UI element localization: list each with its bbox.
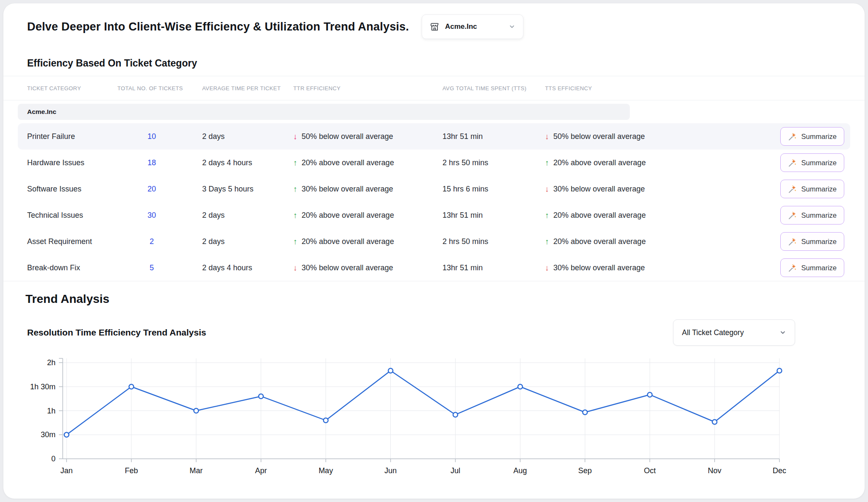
summarize-label: Summarize bbox=[801, 159, 837, 167]
summarize-label: Summarize bbox=[801, 264, 837, 272]
ticket-count-link[interactable]: 20 bbox=[147, 185, 156, 193]
ttr-arrow-icon: ↑ bbox=[293, 238, 298, 246]
avg-time-cell: 3 Days 5 hours bbox=[186, 185, 293, 194]
ttr-text: 50% below overall average bbox=[302, 132, 393, 141]
svg-text:Jan: Jan bbox=[60, 466, 72, 475]
tts-text: 20% above overall average bbox=[554, 237, 646, 246]
ttr-text: 20% above overall average bbox=[302, 158, 394, 167]
summarize-button[interactable]: Summarize bbox=[780, 127, 844, 146]
summarize-button[interactable]: Summarize bbox=[780, 180, 844, 198]
magic-wand-icon bbox=[788, 132, 797, 141]
summarize-label: Summarize bbox=[801, 211, 837, 219]
storefront-icon bbox=[430, 22, 440, 32]
svg-text:Sep: Sep bbox=[578, 466, 592, 475]
tts-time-cell: 13hr 51 min bbox=[442, 263, 545, 272]
trend-section-title: Trend Analysis bbox=[25, 292, 850, 306]
dashboard-card: Delve Deeper Into Client-Wise Efficiency… bbox=[3, 3, 865, 499]
magic-wand-icon bbox=[788, 211, 797, 220]
divider bbox=[3, 100, 865, 100]
tts-time-cell: 13hr 51 min bbox=[442, 132, 545, 141]
svg-text:0: 0 bbox=[51, 455, 56, 463]
svg-text:Jul: Jul bbox=[451, 466, 460, 475]
category-cell: Technical Issues bbox=[18, 211, 117, 220]
svg-text:1h 30m: 1h 30m bbox=[30, 383, 56, 391]
client-group-row: Acme.Inc bbox=[18, 104, 630, 120]
ttr-arrow-icon: ↓ bbox=[293, 133, 298, 141]
svg-text:Mar: Mar bbox=[189, 466, 203, 475]
ttr-text: 30% below overall average bbox=[302, 185, 393, 194]
avg-time-cell: 2 days bbox=[186, 237, 293, 246]
tts-time-cell: 2 hrs 50 mins bbox=[442, 158, 545, 167]
col-header-avg-time: AVERAGE TIME PER TICKET bbox=[186, 85, 293, 92]
ttr-text: 20% above overall average bbox=[302, 237, 394, 246]
summarize-button[interactable]: Summarize bbox=[780, 153, 844, 172]
magic-wand-icon bbox=[788, 237, 797, 246]
avg-time-cell: 2 days bbox=[186, 132, 293, 141]
page-title: Delve Deeper Into Client-Wise Efficiency… bbox=[27, 20, 409, 33]
divider bbox=[3, 281, 865, 281]
chevron-down-icon bbox=[779, 329, 786, 336]
tts-arrow-icon: ↑ bbox=[545, 238, 549, 246]
summarize-button[interactable]: Summarize bbox=[780, 258, 844, 277]
tts-arrow-icon: ↑ bbox=[545, 211, 549, 219]
chart-header: Resolution Time Efficiency Trend Analysi… bbox=[18, 319, 850, 346]
ttr-arrow-icon: ↑ bbox=[293, 159, 298, 167]
tts-arrow-icon: ↑ bbox=[545, 159, 549, 167]
tts-text: 20% above overall average bbox=[554, 211, 646, 220]
table-row: Hardware Issues 18 2 days 4 hours ↑ 20% … bbox=[18, 150, 850, 176]
summarize-label: Summarize bbox=[801, 238, 837, 246]
svg-text:Feb: Feb bbox=[125, 466, 138, 475]
magic-wand-icon bbox=[788, 263, 797, 272]
table-row: Technical Issues 30 2 days ↑ 20% above o… bbox=[18, 202, 850, 228]
table-body: Printer Failure 10 2 days ↓ 50% below ov… bbox=[18, 123, 850, 281]
summarize-button[interactable]: Summarize bbox=[780, 206, 844, 225]
svg-text:May: May bbox=[319, 466, 333, 475]
ticket-count-link[interactable]: 10 bbox=[147, 132, 156, 141]
col-header-total-tickets: TOTAL NO. OF TICKETS bbox=[117, 85, 186, 92]
col-header-ttr-efficiency: TTR EFFICIENCY bbox=[293, 85, 442, 92]
ticket-count-link[interactable]: 30 bbox=[147, 211, 156, 219]
summarize-label: Summarize bbox=[801, 133, 837, 141]
ttr-text: 30% below overall average bbox=[302, 263, 393, 272]
magic-wand-icon bbox=[788, 185, 797, 194]
ticket-count-link[interactable]: 2 bbox=[150, 237, 154, 246]
tts-arrow-icon: ↓ bbox=[545, 133, 549, 141]
svg-text:Oct: Oct bbox=[644, 466, 656, 475]
svg-text:30m: 30m bbox=[41, 430, 56, 439]
table-row: Asset Requirement 2 2 days ↑ 20% above o… bbox=[18, 228, 850, 255]
svg-text:Jun: Jun bbox=[384, 466, 397, 475]
ttr-text: 20% above overall average bbox=[302, 211, 394, 220]
ticket-count-link[interactable]: 18 bbox=[147, 158, 156, 167]
svg-text:Nov: Nov bbox=[708, 466, 721, 475]
ttr-arrow-icon: ↑ bbox=[293, 211, 298, 219]
trend-line-chart: 030m1h1h 30m2hJanFebMarAprMayJunJulAugSe… bbox=[18, 355, 850, 484]
magic-wand-icon bbox=[788, 158, 797, 167]
page-header: Delve Deeper Into Client-Wise Efficiency… bbox=[18, 14, 850, 39]
table-row: Break-down Fix 5 2 days 4 hours ↓ 30% be… bbox=[18, 255, 850, 281]
tts-text: 20% above overall average bbox=[554, 158, 646, 167]
col-header-avg-total-time: AVG TOTAL TIME SPENT (TTS) bbox=[442, 85, 545, 92]
category-cell: Hardware Issues bbox=[18, 158, 117, 167]
svg-text:Aug: Aug bbox=[513, 466, 527, 475]
tts-arrow-icon: ↓ bbox=[545, 185, 549, 193]
efficiency-section-title: Efficiency Based On Ticket Category bbox=[27, 58, 850, 69]
ticket-count-link[interactable]: 5 bbox=[150, 263, 154, 272]
col-header-tts-efficiency: TTS EFFICIENCY bbox=[545, 85, 686, 92]
ticket-category-filter[interactable]: All Ticket Category bbox=[673, 319, 795, 346]
client-dropdown-value: Acme.Inc bbox=[445, 22, 477, 31]
svg-text:2h: 2h bbox=[47, 358, 56, 367]
client-dropdown[interactable]: Acme.Inc bbox=[422, 14, 523, 39]
ttr-arrow-icon: ↓ bbox=[293, 264, 298, 272]
summarize-button[interactable]: Summarize bbox=[780, 232, 844, 251]
line-chart-svg: 030m1h1h 30m2hJanFebMarAprMayJunJulAugSe… bbox=[18, 355, 850, 482]
ticket-category-filter-value: All Ticket Category bbox=[682, 328, 744, 337]
svg-text:Apr: Apr bbox=[255, 466, 267, 475]
tts-text: 50% below overall average bbox=[554, 132, 645, 141]
category-cell: Printer Failure bbox=[18, 132, 117, 141]
avg-time-cell: 2 days 4 hours bbox=[186, 158, 293, 167]
avg-time-cell: 2 days 4 hours bbox=[186, 263, 293, 272]
svg-text:1h: 1h bbox=[47, 407, 56, 415]
ttr-arrow-icon: ↑ bbox=[293, 185, 298, 193]
chart-title: Resolution Time Efficiency Trend Analysi… bbox=[27, 327, 206, 338]
category-cell: Asset Requirement bbox=[18, 237, 117, 246]
